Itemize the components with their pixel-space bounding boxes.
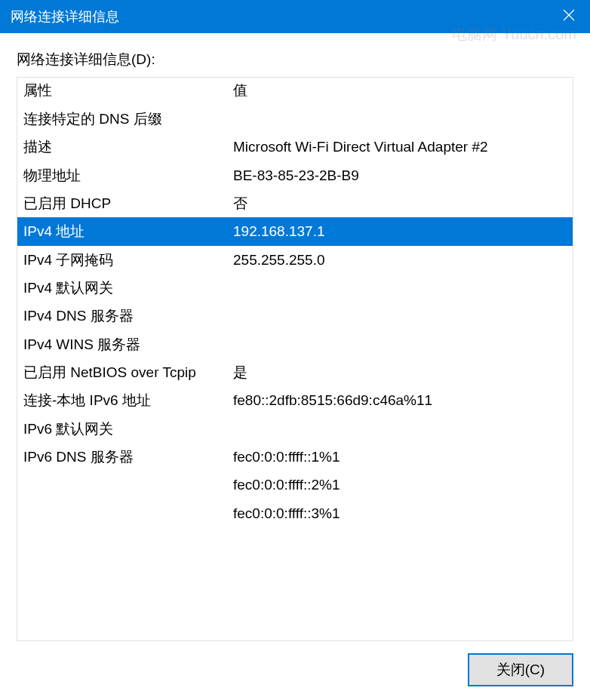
row-value: fe80::2dfb:8515:66d9:c46a%11	[233, 388, 573, 412]
table-row[interactable]: IPv6 默认网关	[17, 415, 573, 443]
header-property[interactable]: 属性	[23, 81, 233, 100]
row-property	[23, 502, 233, 525]
close-icon	[563, 9, 575, 25]
row-value: Microsoft Wi-Fi Direct Virtual Adapter #…	[233, 135, 573, 158]
row-property: 连接特定的 DNS 后缀	[23, 107, 233, 130]
table-row[interactable]: 已启用 NetBIOS over Tcpip是	[17, 358, 573, 386]
row-value	[233, 333, 573, 356]
close-button[interactable]: 关闭(C)	[468, 653, 573, 686]
row-property: IPv4 默认网关	[23, 276, 233, 299]
section-label: 网络连接详细信息(D):	[17, 50, 573, 69]
row-value	[233, 107, 573, 130]
details-listview[interactable]: 属性 值 连接特定的 DNS 后缀描述Microsoft Wi-Fi Direc…	[17, 77, 573, 641]
row-property: IPv4 WINS 服务器	[23, 333, 233, 356]
row-value: BE-83-85-23-2B-B9	[233, 164, 573, 187]
row-property: 已启用 NetBIOS over Tcpip	[23, 361, 233, 384]
table-row[interactable]: IPv4 地址192.168.137.1	[17, 217, 573, 245]
row-value: fec0:0:0:ffff::2%1	[233, 473, 573, 496]
row-value	[233, 276, 573, 299]
row-property: IPv4 地址	[23, 220, 233, 243]
titlebar: 网络连接详细信息	[0, 0, 590, 33]
table-header: 属性 值	[17, 78, 573, 105]
table-row[interactable]: 已启用 DHCP否	[17, 189, 573, 217]
row-property: 已启用 DHCP	[23, 192, 233, 215]
row-value: fec0:0:0:ffff::3%1	[233, 502, 573, 525]
table-row[interactable]: IPv4 WINS 服务器	[17, 330, 573, 358]
header-value[interactable]: 值	[233, 81, 573, 100]
table-row[interactable]: IPv4 子网掩码255.255.255.0	[17, 246, 573, 274]
row-value: 192.168.137.1	[233, 220, 573, 243]
table-row[interactable]: fec0:0:0:ffff::3%1	[17, 499, 573, 527]
dialog-content: 网络连接详细信息(D): 属性 值 连接特定的 DNS 后缀描述Microsof…	[0, 33, 590, 700]
table-row[interactable]: 连接-本地 IPv6 地址fe80::2dfb:8515:66d9:c46a%1…	[17, 386, 573, 414]
table-row[interactable]: 连接特定的 DNS 后缀	[17, 105, 573, 133]
row-value: 否	[233, 192, 573, 215]
window-close-button[interactable]	[548, 0, 590, 33]
table-row[interactable]: fec0:0:0:ffff::2%1	[17, 471, 573, 499]
table-row[interactable]: IPv6 DNS 服务器fec0:0:0:ffff::1%1	[17, 443, 573, 471]
row-property: 连接-本地 IPv6 地址	[23, 388, 233, 412]
row-value	[233, 417, 573, 441]
dialog-footer: 关闭(C)	[17, 641, 573, 686]
row-value: 255.255.255.0	[233, 248, 573, 272]
row-value	[233, 304, 573, 327]
row-property: IPv6 默认网关	[23, 417, 233, 441]
table-row[interactable]: 描述Microsoft Wi-Fi Direct Virtual Adapter…	[17, 133, 573, 161]
row-property: IPv4 子网掩码	[23, 248, 233, 272]
table-row[interactable]: IPv4 默认网关	[17, 274, 573, 302]
table-row[interactable]: IPv4 DNS 服务器	[17, 302, 573, 330]
row-property: IPv4 DNS 服务器	[23, 304, 233, 327]
row-value: 是	[233, 361, 573, 384]
row-property	[23, 473, 233, 496]
row-property: 描述	[23, 135, 233, 158]
table-body: 连接特定的 DNS 后缀描述Microsoft Wi-Fi Direct Vir…	[17, 105, 573, 640]
row-value: fec0:0:0:ffff::1%1	[233, 445, 573, 468]
window-title: 网络连接详细信息	[11, 8, 548, 26]
row-property: IPv6 DNS 服务器	[23, 445, 233, 468]
row-property: 物理地址	[23, 164, 233, 187]
table-row[interactable]: 物理地址BE-83-85-23-2B-B9	[17, 161, 573, 189]
